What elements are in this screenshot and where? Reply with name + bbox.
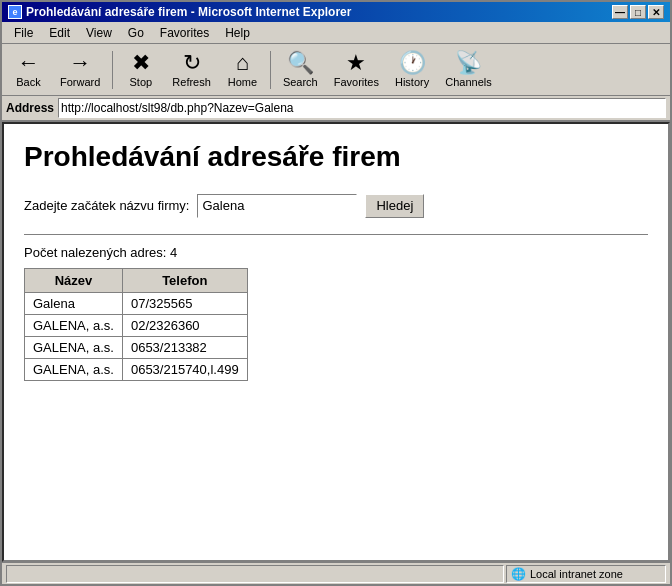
address-bar: Address: [2, 96, 670, 122]
refresh-button[interactable]: ↻ Refresh: [165, 47, 218, 93]
window-title: Prohledávání adresáře firem - Microsoft …: [26, 5, 351, 19]
maximize-button[interactable]: □: [630, 5, 646, 19]
stop-icon: ✖: [132, 52, 150, 74]
toolbar-separator-1: [112, 51, 113, 89]
cell-telefon: 07/325565: [122, 292, 247, 314]
channels-label: Channels: [445, 76, 491, 88]
address-input[interactable]: [58, 98, 666, 118]
page-title: Prohledávání adresáře firem: [24, 140, 648, 174]
favorites-icon: ★: [346, 52, 366, 74]
browser-icon: e: [8, 5, 22, 19]
close-button[interactable]: ✕: [648, 5, 664, 19]
menu-edit[interactable]: Edit: [41, 24, 78, 42]
cell-nazev: GALENA, a.s.: [25, 314, 123, 336]
stop-label: Stop: [130, 76, 153, 88]
hledej-button[interactable]: Hledej: [365, 194, 424, 218]
forward-icon: →: [69, 52, 91, 74]
channels-icon: 📡: [455, 52, 482, 74]
history-icon: 🕐: [399, 52, 426, 74]
menu-favorites[interactable]: Favorites: [152, 24, 217, 42]
search-button[interactable]: 🔍 Search: [276, 47, 325, 93]
minimize-button[interactable]: —: [612, 5, 628, 19]
cell-telefon: 0653/213382: [122, 336, 247, 358]
search-label: Search: [283, 76, 318, 88]
menu-file[interactable]: File: [6, 24, 41, 42]
results-table: Název Telefon Galena07/325565GALENA, a.s…: [24, 268, 248, 381]
menu-help[interactable]: Help: [217, 24, 258, 42]
cell-nazev: Galena: [25, 292, 123, 314]
forward-label: Forward: [60, 76, 100, 88]
content-divider: [24, 234, 648, 235]
status-zone: 🌐 Local intranet zone: [506, 565, 666, 583]
favorites-button[interactable]: ★ Favorites: [327, 47, 386, 93]
col-header-telefon: Telefon: [122, 268, 247, 292]
table-row: GALENA, a.s.0653/213382: [25, 336, 248, 358]
menu-go[interactable]: Go: [120, 24, 152, 42]
search-row: Zadejte začátek názvu firmy: Hledej: [24, 194, 648, 218]
result-count: Počet nalezených adres: 4: [24, 245, 648, 260]
refresh-label: Refresh: [172, 76, 211, 88]
cell-nazev: GALENA, a.s.: [25, 358, 123, 380]
col-header-nazev: Název: [25, 268, 123, 292]
search-icon: 🔍: [287, 52, 314, 74]
title-bar: e Prohledávání adresáře firem - Microsof…: [2, 2, 670, 22]
channels-button[interactable]: 📡 Channels: [438, 47, 498, 93]
stop-button[interactable]: ✖ Stop: [118, 47, 163, 93]
browser-window: e Prohledávání adresáře firem - Microsof…: [0, 0, 672, 586]
title-bar-left: e Prohledávání adresáře firem - Microsof…: [8, 5, 351, 19]
address-label: Address: [6, 101, 54, 115]
status-left: [6, 565, 504, 583]
search-field[interactable]: [197, 194, 357, 218]
table-row: GALENA, a.s.02/2326360: [25, 314, 248, 336]
history-label: History: [395, 76, 429, 88]
menu-bar: File Edit View Go Favorites Help: [2, 22, 670, 44]
back-button[interactable]: ← Back: [6, 47, 51, 93]
table-row: GALENA, a.s.0653/215740,l.499: [25, 358, 248, 380]
forward-button[interactable]: → Forward: [53, 47, 107, 93]
title-bar-controls: — □ ✕: [612, 5, 664, 19]
toolbar: ← Back → Forward ✖ Stop ↻ Refresh ⌂ Home…: [2, 44, 670, 96]
refresh-icon: ↻: [183, 52, 201, 74]
status-bar: 🌐 Local intranet zone: [2, 562, 670, 584]
home-label: Home: [228, 76, 257, 88]
zone-icon: 🌐: [511, 567, 526, 581]
history-button[interactable]: 🕐 History: [388, 47, 436, 93]
menu-view[interactable]: View: [78, 24, 120, 42]
zone-label: Local intranet zone: [530, 568, 623, 580]
cell-nazev: GALENA, a.s.: [25, 336, 123, 358]
toolbar-separator-2: [270, 51, 271, 89]
cell-telefon: 0653/215740,l.499: [122, 358, 247, 380]
home-icon: ⌂: [236, 52, 249, 74]
table-row: Galena07/325565: [25, 292, 248, 314]
cell-telefon: 02/2326360: [122, 314, 247, 336]
back-label: Back: [16, 76, 40, 88]
home-button[interactable]: ⌂ Home: [220, 47, 265, 93]
back-icon: ←: [18, 52, 40, 74]
favorites-label: Favorites: [334, 76, 379, 88]
search-form-label: Zadejte začátek názvu firmy:: [24, 198, 189, 213]
content-area: Prohledávání adresáře firem Zadejte začá…: [2, 122, 670, 562]
